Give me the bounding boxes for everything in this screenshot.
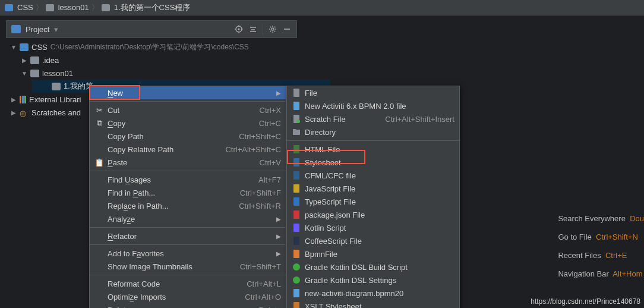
xslt-icon — [292, 301, 301, 308]
help-hints: Search Everywhere Dou Go to File Ctrl+Sh… — [558, 214, 644, 288]
shortcut: Ctrl+Shift+R — [227, 202, 281, 210]
collapse-all-icon[interactable] — [248, 24, 258, 34]
svg-line-17 — [274, 27, 275, 27]
tree-root-path: C:\Users\Administrator\Desktop\学习笔记\前端学习… — [50, 42, 249, 52]
shortcut: Ctrl+V — [248, 158, 281, 167]
breadcrumb: CSS 〉 lesson01 〉 1.我的第一个CSS程序 — [0, 0, 644, 15]
new-directory[interactable]: Directory — [287, 125, 459, 139]
menu-reformat[interactable]: Reformat Code Ctrl+Alt+L — [90, 277, 286, 290]
new-activiti[interactable]: New Activiti 6.x BPMN 2.0 file — [287, 99, 459, 112]
svg-rect-24 — [293, 129, 296, 130]
submenu-arrow-icon: ▶ — [270, 250, 281, 257]
menu-thumbnails[interactable]: Show Image Thumbnails Ctrl+Shift+T — [90, 260, 286, 273]
tree-item-lesson[interactable]: ▼ lesson01 — [21, 67, 644, 80]
new-activiti-diagram[interactable]: new-activiti-diagram.bpmn20 — [287, 287, 459, 300]
shortcut: Ctrl+Alt+O — [233, 293, 281, 301]
kotlin-icon — [292, 223, 301, 232]
menu-find-in-path[interactable]: Find in Path... Ctrl+Shift+F — [90, 186, 286, 199]
menu-find-usages[interactable]: Find Usages Alt+F7 — [90, 173, 286, 186]
new-gradle-settings[interactable]: Gradle Kotlin DSL Settings — [287, 274, 459, 287]
shortcut: Ctrl+Shift+F — [228, 188, 281, 197]
cut-icon: ✂ — [94, 105, 104, 115]
new-stylesheet[interactable]: Stylesheet — [287, 156, 459, 169]
hint-recent: Recent Files Ctrl+E — [558, 251, 644, 260]
new-file[interactable]: File — [287, 86, 459, 99]
svg-rect-36 — [293, 289, 299, 297]
activiti-icon — [292, 288, 301, 298]
hide-icon[interactable] — [282, 24, 292, 34]
menu-replace-in-path[interactable]: Replace in Path... Ctrl+Shift+R — [90, 199, 286, 212]
new-html[interactable]: HTML File — [287, 143, 459, 156]
expand-arrow-icon[interactable]: ▶ — [21, 57, 27, 64]
svg-line-16 — [270, 31, 271, 32]
new-xslt[interactable]: XSLT Stylesheet — [287, 300, 459, 308]
svg-rect-31 — [293, 224, 299, 232]
menu-optimize[interactable]: Optimize Imports Ctrl+Alt+O — [90, 290, 286, 303]
submenu-arrow-icon: ▶ — [270, 216, 281, 222]
shortcut: Ctrl+Shift+C — [227, 132, 281, 141]
new-scratch[interactable]: Scratch File Ctrl+Alt+Shift+Insert — [287, 112, 459, 125]
svg-point-22 — [296, 120, 300, 123]
svg-point-35 — [293, 276, 300, 284]
tool-window-title[interactable]: Project — [26, 25, 49, 34]
tree-root[interactable]: ▼ CSS C:\Users\Administrator\Desktop\学习笔… — [11, 40, 644, 54]
menu-separator — [287, 140, 459, 141]
menu-paste[interactable]: 📋 Paste Ctrl+V — [90, 156, 286, 169]
menu-cut[interactable]: ✂ Cut Ctrl+X — [90, 103, 286, 117]
menu-favorites[interactable]: Add to Favorites ▶ — [90, 247, 286, 260]
menu-new[interactable]: NNewew ▶ — [90, 86, 286, 99]
svg-rect-28 — [293, 184, 299, 193]
new-typescript[interactable]: TypeScript File — [287, 195, 459, 208]
menu-analyze[interactable]: Analyze ▶ — [90, 212, 286, 225]
expand-arrow-icon[interactable]: ▶ — [11, 96, 17, 103]
breadcrumb-folder[interactable]: lesson01 — [58, 3, 89, 12]
gear-icon[interactable] — [268, 24, 277, 34]
menu-separator — [90, 275, 286, 275]
new-bpmnfile[interactable]: BpmnFile — [287, 247, 459, 260]
js-icon — [292, 184, 301, 193]
new-kotlin-script[interactable]: Kotlin Script — [287, 221, 459, 234]
svg-rect-29 — [293, 197, 299, 206]
dropdown-arrow-icon[interactable]: ▾ — [54, 25, 58, 34]
submenu-arrow-icon: ▶ — [270, 90, 281, 96]
project-icon — [5, 4, 13, 11]
shortcut: Ctrl+Alt+Shift+Insert — [373, 115, 454, 124]
svg-rect-30 — [293, 210, 299, 219]
breadcrumb-root[interactable]: CSS — [17, 3, 33, 12]
new-package-json[interactable]: package.json File — [287, 208, 459, 221]
new-coffeescript[interactable]: CoffeeScript File — [287, 234, 459, 247]
hint-goto: Go to File Ctrl+Shift+N — [558, 232, 644, 241]
html-icon — [292, 144, 301, 154]
svg-point-34 — [293, 263, 300, 271]
menu-delete[interactable]: Delete... Delete — [90, 303, 286, 308]
shortcut: Alt+F7 — [247, 175, 281, 184]
menu-copy-relative-path[interactable]: Copy Relative Path Ctrl+Alt+Shift+C — [90, 143, 286, 156]
new-gradle-build[interactable]: Gradle Kotlin DSL Build Script — [287, 260, 459, 274]
menu-copy-path[interactable]: Copy Path Ctrl+Shift+C — [90, 130, 286, 143]
svg-point-1 — [238, 29, 240, 30]
expand-arrow-icon[interactable]: ▼ — [21, 70, 27, 77]
new-cfml[interactable]: CFML/CFC file — [287, 169, 459, 182]
menu-separator — [90, 244, 286, 245]
new-javascript[interactable]: JavaScript File — [287, 182, 459, 195]
project-icon — [20, 43, 29, 51]
svg-line-15 — [274, 31, 275, 32]
hint-nav: Navigation Bar Alt+Hom — [558, 269, 644, 278]
context-menu: NNewew ▶ ✂ Cut Ctrl+X ⧉ Copy Ctrl+C Copy… — [89, 86, 286, 308]
shortcut: Ctrl+Alt+L — [235, 279, 281, 288]
tree-item-idea[interactable]: ▶ .idea — [21, 54, 644, 67]
submenu-arrow-icon: ▶ — [270, 233, 281, 240]
breadcrumb-sep: 〉 — [36, 2, 43, 13]
menu-refactor[interactable]: Refactor ▶ — [90, 230, 286, 243]
project-icon — [11, 25, 21, 33]
libraries-icon — [20, 96, 26, 103]
cfml-icon — [292, 171, 301, 180]
expand-arrow-icon[interactable]: ▼ — [11, 44, 17, 51]
expand-arrow-icon[interactable]: ▶ — [11, 109, 17, 116]
new-submenu: File New Activiti 6.x BPMN 2.0 file Scra… — [286, 86, 460, 308]
copy-icon: ⧉ — [94, 118, 104, 128]
target-icon[interactable] — [234, 24, 244, 34]
folder-icon — [52, 83, 61, 90]
menu-copy[interactable]: ⧉ Copy Ctrl+C — [90, 117, 286, 130]
breadcrumb-file[interactable]: 1.我的第一个CSS程序 — [114, 2, 191, 13]
